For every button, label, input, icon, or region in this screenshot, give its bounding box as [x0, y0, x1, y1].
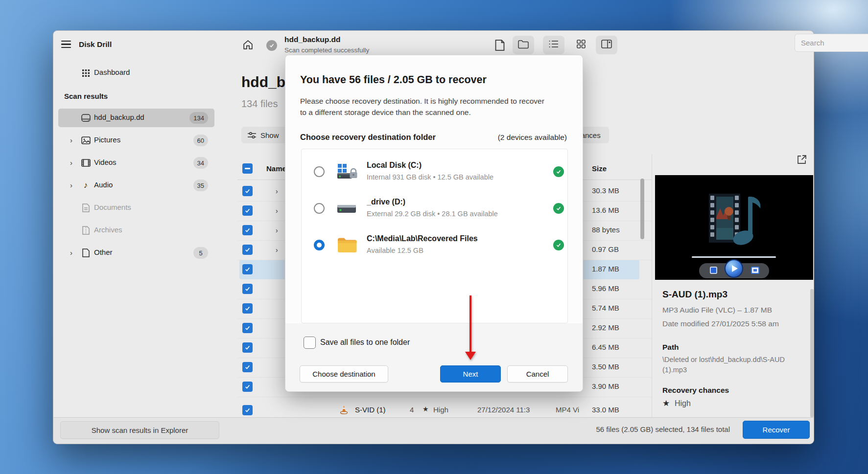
row-checkbox[interactable] [242, 284, 253, 294]
row-size: 1.87 MB [592, 265, 619, 273]
row-size: 3.50 MB [592, 362, 619, 371]
frame-button[interactable] [751, 267, 759, 274]
star-icon: ★ [422, 405, 429, 413]
row-size: 5.74 MB [592, 304, 619, 312]
row-checkbox[interactable] [242, 186, 253, 196]
home-icon [242, 44, 254, 52]
sidebar-item-documents[interactable]: Documents [58, 199, 214, 217]
sidebar-item-archives[interactable]: Archives [58, 221, 214, 240]
search-input[interactable] [795, 34, 868, 52]
folder-icon [518, 40, 529, 51]
chevron-right-icon[interactable]: › [70, 249, 75, 257]
preview-panel: S-AUD (1).mp3 MP3 Audio File (VLC) – 1.8… [652, 148, 815, 419]
play-button[interactable] [725, 259, 743, 278]
open-external-icon [797, 158, 807, 166]
sidebar-item-audio[interactable]: › ♪ Audio 35 [58, 176, 214, 195]
audio-note-icon: ♪ [80, 180, 91, 191]
new-session-button[interactable] [495, 40, 505, 53]
dashboard-grid-icon [80, 68, 91, 78]
videos-icon [80, 158, 91, 168]
chevron-right-icon[interactable]: › [276, 226, 278, 234]
chevron-right-icon[interactable]: › [276, 187, 278, 195]
cancel-button[interactable]: Cancel [507, 365, 568, 383]
preview-panel-toggle[interactable] [596, 36, 617, 54]
list-scrollbar[interactable] [640, 179, 644, 239]
radio-button[interactable] [314, 203, 325, 214]
radio-button[interactable] [314, 166, 325, 177]
sliders-icon [248, 132, 256, 139]
select-all-checkbox[interactable] [242, 163, 253, 174]
sidebar-item-other[interactable]: › Other 5 [58, 244, 214, 262]
preview-file-info: MP3 Audio File (VLC) – 1.87 MB [662, 306, 772, 315]
bottom-bar: Show scan results in Explorer 56 files (… [53, 417, 814, 444]
chevron-right-icon[interactable]: › [70, 159, 75, 167]
home-button[interactable] [242, 39, 254, 52]
preview-path-value: \Deleted or lost\hdd_backup.dd\S-AUD (1)… [662, 355, 785, 375]
list-view-button[interactable] [543, 36, 564, 54]
grid-view-button[interactable] [570, 36, 592, 54]
open-folder-button[interactable] [513, 36, 534, 54]
count-badge: 34 [193, 157, 208, 169]
recover-button[interactable]: Recover [743, 421, 810, 439]
row-checkbox[interactable] [242, 245, 253, 255]
recovery-destination-dialog: You have 56 files / 2.05 GB to recover P… [285, 55, 583, 392]
vlc-cone-icon [340, 406, 348, 416]
stop-button[interactable] [710, 267, 717, 274]
row-checkbox[interactable] [242, 303, 253, 314]
row-checkbox[interactable] [242, 362, 253, 372]
radio-button-selected[interactable] [314, 240, 325, 250]
sidebar-item-dashboard[interactable]: Dashboard [58, 64, 214, 82]
open-external-button[interactable] [797, 155, 807, 167]
pictures-icon [80, 135, 91, 146]
row-chances: High [433, 406, 448, 414]
scan-status-text: Scan completed successfully [284, 46, 369, 54]
show-in-explorer-button[interactable]: Show scan results in Explorer [60, 421, 219, 439]
destination-option-external-drive[interactable]: _drive (D:) External 29.2 GB disk • 28.1… [302, 194, 567, 223]
sidebar-item-label: Videos [94, 158, 117, 166]
chevron-right-icon[interactable]: › [70, 181, 75, 189]
chevron-right-icon[interactable]: › [70, 136, 75, 144]
choose-destination-button[interactable]: Choose destination [300, 365, 388, 383]
sidebar-item-hdd-backup[interactable]: hdd_backup.dd 134 [58, 109, 214, 127]
recovery-folder-icon [337, 237, 357, 255]
destination-option-local-disk[interactable]: Local Disk (C:) Internal 931 GB disk • 1… [302, 157, 567, 186]
row-size: 2.92 MB [592, 323, 619, 332]
next-button[interactable]: Next [440, 365, 501, 383]
row-checkbox[interactable] [242, 405, 253, 415]
count-badge: 134 [189, 112, 208, 124]
row-checkbox[interactable] [242, 264, 253, 274]
sidebar-item-pictures[interactable]: › Pictures 60 [58, 131, 214, 150]
documents-icon [80, 203, 91, 213]
chevron-right-icon[interactable]: › [276, 207, 278, 215]
sidebar-section-label: Scan results [64, 92, 108, 100]
app-title: Disk Drill [79, 40, 112, 49]
row-checkbox[interactable] [242, 382, 253, 392]
save-one-folder-checkbox[interactable] [304, 337, 316, 349]
local-disk-icon [337, 163, 357, 182]
preview-path-label: Path [662, 343, 679, 352]
destination-details: Internal 931 GB disk • 12.5 GB available [367, 173, 493, 181]
grid-view-icon [577, 40, 586, 50]
annotation-arrow-head [465, 352, 476, 360]
count-badge: 60 [193, 135, 208, 146]
sidebar-item-label: Other [94, 248, 113, 256]
preview-progress-bar[interactable] [692, 256, 776, 258]
row-type: MP4 Vi [556, 406, 579, 414]
row-checkbox[interactable] [242, 205, 253, 216]
sidebar: Disk Drill Dashboard Scan results hdd_ba… [53, 31, 220, 419]
chevron-right-icon[interactable]: › [276, 246, 278, 254]
hamburger-menu-button[interactable] [61, 38, 71, 48]
row-checkbox[interactable] [242, 342, 253, 353]
destination-option-recovery-folder[interactable]: C:\Media\Lab\Recovered Files Available 1… [302, 230, 567, 260]
preview-file-name: S-AUD (1).mp3 [662, 289, 727, 300]
devices-available-note: (2 devices available) [498, 133, 567, 142]
dialog-description: Please choose recovery destination. It i… [300, 95, 547, 118]
external-drive-icon [337, 204, 356, 215]
row-checkbox[interactable] [242, 225, 253, 235]
preview-date-modified: Date modified 27/01/2025 5:58 am [662, 319, 779, 328]
show-filter-label: Show [260, 131, 279, 139]
dialog-title: You have 56 files / 2.05 GB to recover [300, 74, 487, 86]
row-checkbox[interactable] [242, 323, 253, 333]
panel-scrollbar[interactable] [810, 289, 814, 417]
sidebar-item-videos[interactable]: › Videos 34 [58, 154, 214, 172]
